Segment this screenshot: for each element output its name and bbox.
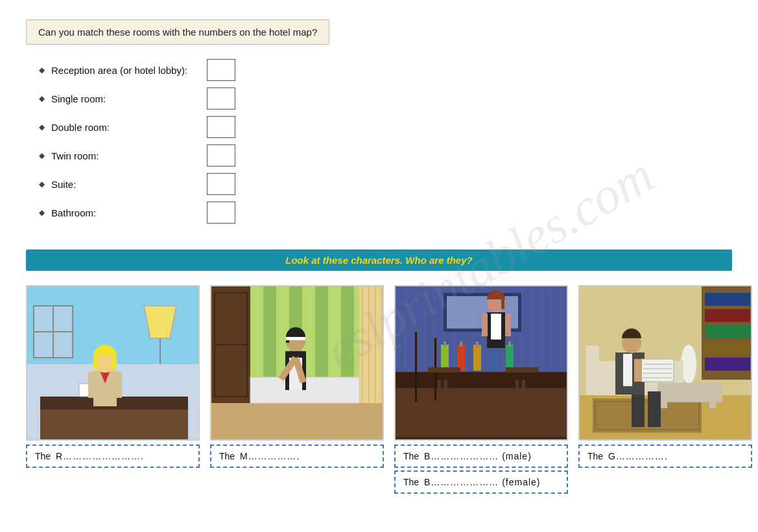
character-card-maid: The M……………. — [210, 285, 384, 468]
character-image-receptionist — [26, 285, 200, 441]
list-item: ◆ Twin room: — [39, 145, 187, 167]
question-text: Can you match these rooms with the numbe… — [38, 27, 317, 38]
answer-box-3[interactable] — [207, 116, 235, 138]
diamond-icon: ◆ — [39, 208, 45, 217]
room-label: Double room: — [51, 122, 110, 133]
list-item: ◆ Suite: — [39, 173, 187, 195]
blue-banner: Look at these characters. Who are they? — [26, 249, 732, 271]
room-list: ◆ Reception area (or hotel lobby): ◆ Sin… — [39, 59, 187, 230]
label-text: G……………. — [608, 451, 668, 461]
label-prefix: The — [219, 451, 240, 461]
room-label: Reception area (or hotel lobby): — [51, 65, 187, 76]
page: eslprintables.com Can you match these ro… — [0, 0, 758, 513]
label-box-bartender-female[interactable]: The B………………… (female) — [394, 470, 568, 494]
label-prefix: The — [587, 451, 608, 461]
label-text: B………………… (male) — [424, 451, 532, 461]
room-label: Twin room: — [51, 150, 99, 161]
banner-text: Look at these characters. Who are they? — [285, 255, 472, 266]
label-text: R……………………. — [56, 451, 144, 461]
answer-box-1[interactable] — [207, 59, 235, 81]
diamond-icon: ◆ — [39, 94, 45, 103]
label-prefix: The — [403, 477, 424, 487]
matching-section: ◆ Reception area (or hotel lobby): ◆ Sin… — [26, 59, 732, 230]
double-label-bartender: The B………………… (male) The B………………… (female… — [394, 441, 568, 494]
diamond-icon: ◆ — [39, 151, 45, 160]
list-item: ◆ Double room: — [39, 116, 187, 138]
answer-boxes — [207, 59, 235, 230]
character-image-guest — [578, 285, 752, 441]
label-box-maid[interactable]: The M……………. — [210, 445, 384, 468]
label-prefix: The — [403, 451, 424, 461]
answer-box-4[interactable] — [207, 145, 235, 167]
list-item: ◆ Bathroom: — [39, 202, 187, 224]
character-card-receptionist: The R……………………. — [26, 285, 200, 468]
label-text: M……………. — [240, 451, 300, 461]
answer-box-5[interactable] — [207, 173, 235, 195]
question-box: Can you match these rooms with the numbe… — [26, 19, 329, 45]
answer-box-6[interactable] — [207, 202, 235, 224]
room-label: Suite: — [51, 179, 76, 190]
label-box-bartender-male[interactable]: The B………………… (male) — [394, 445, 568, 468]
list-item: ◆ Single room: — [39, 87, 187, 110]
label-text: B………………… (female) — [424, 477, 541, 487]
label-box-guest[interactable]: The G……………. — [578, 445, 752, 468]
character-card-bartender: The B………………… (male) The B………………… (female… — [394, 285, 568, 494]
room-label: Bathroom: — [51, 207, 96, 218]
room-label: Single room: — [51, 93, 106, 104]
character-image-maid — [210, 285, 384, 441]
answer-box-2[interactable] — [207, 87, 235, 110]
label-prefix: The — [35, 451, 56, 461]
list-item: ◆ Reception area (or hotel lobby): — [39, 59, 187, 81]
characters-section: The R……………………. The M……………. The B……… — [26, 285, 732, 494]
diamond-icon: ◆ — [39, 65, 45, 75]
character-card-guest: The G……………. — [578, 285, 752, 468]
diamond-icon: ◆ — [39, 122, 45, 132]
character-image-bartender — [394, 285, 568, 441]
label-box-receptionist[interactable]: The R……………………. — [26, 445, 200, 468]
diamond-icon: ◆ — [39, 179, 45, 189]
